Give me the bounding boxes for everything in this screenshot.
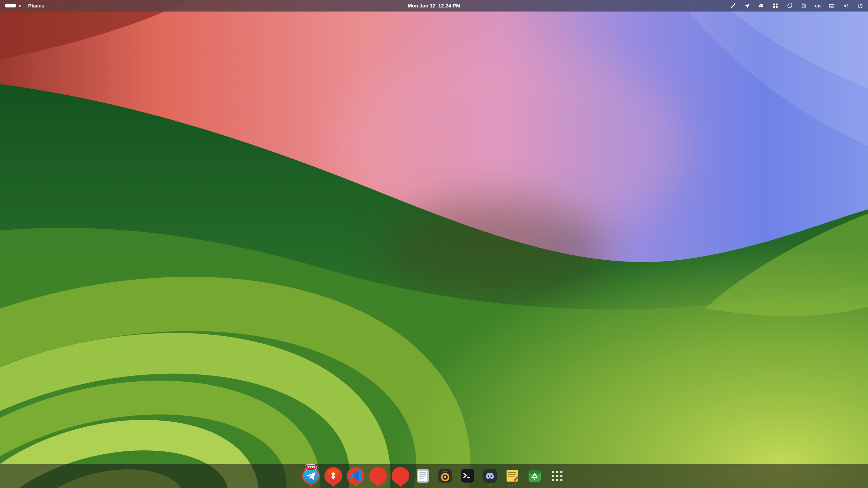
dock-item-chrome[interactable]	[369, 465, 387, 487]
discord-icon	[482, 468, 498, 484]
input-method-icon[interactable]	[829, 0, 835, 12]
top-bar-left: Places	[5, 0, 46, 12]
dock-item-app-grid[interactable]	[548, 465, 566, 487]
running-dot-indicator	[489, 484, 491, 486]
dock-item-discord[interactable]	[481, 465, 499, 487]
workspace-indicator[interactable]	[5, 4, 21, 7]
telegram-tray-icon[interactable]	[744, 0, 750, 12]
text-editor-icon	[415, 468, 431, 484]
system-tray: en	[730, 0, 863, 12]
app-grid-icon	[549, 468, 565, 484]
top-bar: Places Mon Jan 12 12:24 PM	[0, 0, 868, 12]
multi-window-indicator	[509, 484, 516, 486]
workspace-pill-active	[5, 4, 16, 7]
firefox-icon	[392, 468, 409, 484]
dock-item-brave[interactable]	[324, 465, 342, 487]
keyboard-layout-indicator[interactable]: en	[815, 0, 821, 12]
places-menu[interactable]: Places	[26, 0, 46, 12]
sync-icon[interactable]	[787, 0, 793, 12]
notification-badge: 9999	[305, 465, 317, 470]
color-picker-icon[interactable]	[730, 0, 736, 12]
workspace-dot	[19, 5, 21, 7]
dock-item-vscode[interactable]	[347, 465, 365, 487]
keyboard-layout-label: en	[815, 3, 821, 8]
terminal-icon	[459, 468, 476, 484]
window-grid-icon[interactable]	[772, 0, 778, 12]
dock-item-firefox[interactable]	[391, 465, 410, 487]
telegram-icon	[303, 468, 319, 484]
sticky-notes-icon	[504, 468, 520, 484]
clock-button[interactable]: Mon Jan 12 12:24 PM	[406, 0, 462, 12]
power-icon[interactable]	[857, 0, 863, 12]
dock: 9999	[0, 464, 868, 488]
chrome-icon	[370, 468, 386, 484]
dock-item-trash[interactable]	[526, 465, 544, 487]
volume-icon[interactable]	[843, 0, 849, 12]
trash-icon	[527, 468, 543, 484]
vscode-icon	[348, 468, 364, 484]
media-player-icon	[437, 468, 453, 484]
desktop: Places Mon Jan 12 12:24 PM	[0, 0, 868, 488]
dock-item-telegram[interactable]: 9999	[302, 465, 320, 487]
wallpaper	[0, 0, 868, 488]
alarm-clock-icon[interactable]	[801, 0, 807, 12]
dock-item-media-player[interactable]	[436, 465, 454, 487]
discord-tray-icon[interactable]	[758, 0, 764, 12]
brave-icon	[325, 468, 341, 484]
dock-item-terminal[interactable]	[458, 465, 477, 487]
dock-items: 9999	[302, 464, 566, 488]
dock-item-sticky-notes[interactable]	[503, 465, 521, 487]
dock-item-text-editor[interactable]	[414, 465, 432, 487]
